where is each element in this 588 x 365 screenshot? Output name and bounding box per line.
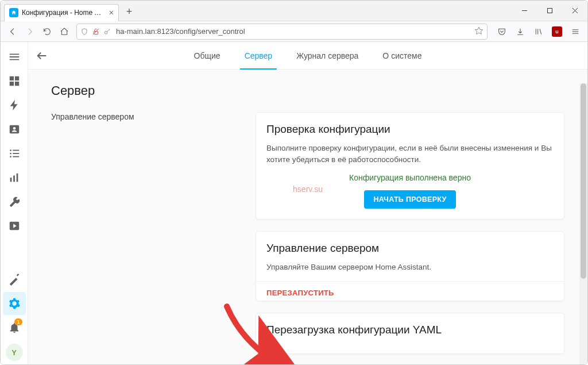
card-config-check-desc: Выполните проверку конфигурации, если в … <box>266 143 554 165</box>
sidebar-item-history[interactable] <box>3 166 26 189</box>
svg-rect-23 <box>13 153 19 154</box>
back-button[interactable] <box>28 49 56 62</box>
config-valid-status: Конфигурация выполнена верно <box>266 173 554 182</box>
sidebar-item-tools[interactable] <box>3 268 26 291</box>
new-tab-button[interactable]: + <box>121 4 137 20</box>
svg-line-10 <box>540 29 541 34</box>
window-close-button[interactable] <box>562 1 587 21</box>
key-icon <box>103 28 111 36</box>
svg-rect-25 <box>13 156 19 157</box>
svg-point-24 <box>10 156 11 157</box>
sidebar-item-overview[interactable] <box>3 70 26 93</box>
browser-toolbar: ha-main.lan:8123/config/server_control u <box>1 21 587 42</box>
svg-rect-14 <box>9 76 13 80</box>
sidebar-menu-toggle[interactable] <box>3 45 26 68</box>
svg-point-6 <box>105 31 107 34</box>
nav-back-button[interactable] <box>4 23 21 40</box>
card-server-manage-desc: Управляйте Вашим сервером Home Assistant… <box>266 262 554 273</box>
tab-close-icon[interactable]: × <box>109 8 114 17</box>
tab-title: Конфигурация - Home Assista <box>22 9 106 17</box>
svg-point-19 <box>13 127 16 130</box>
svg-point-20 <box>10 149 11 151</box>
sidebar-item-settings[interactable] <box>3 292 26 315</box>
library-icon[interactable] <box>530 23 547 40</box>
sidebar-item-energy[interactable] <box>3 94 26 117</box>
restart-button[interactable]: ПЕРЕЗАПУСТИТЬ <box>266 289 334 297</box>
svg-rect-16 <box>9 82 13 86</box>
page-title: Сервер <box>51 83 564 98</box>
svg-rect-28 <box>16 174 18 182</box>
scrollbar-thumb[interactable] <box>581 83 586 279</box>
download-icon[interactable] <box>512 23 529 40</box>
shield-icon <box>80 28 88 36</box>
lock-broken-icon <box>92 28 100 36</box>
url-bar[interactable]: ha-main.lan:8123/config/server_control <box>76 24 488 40</box>
notification-badge: 1 <box>14 318 22 325</box>
card-server-manage-title: Управление сервером <box>266 242 554 255</box>
svg-rect-17 <box>14 82 18 86</box>
ublock-icon[interactable]: u <box>548 23 566 40</box>
tab-general[interactable]: Общие <box>194 42 220 70</box>
sidebar-item-notifications[interactable]: 1 <box>3 316 26 339</box>
nav-home-button[interactable] <box>56 23 73 40</box>
sidebar-item-media[interactable] <box>3 214 26 237</box>
card-config-check-title: Проверка конфигурации <box>266 123 554 136</box>
svg-rect-15 <box>14 76 18 80</box>
browser-menu-button[interactable] <box>567 23 584 40</box>
card-server-manage: Управление сервером Управляйте Вашим сер… <box>256 231 564 301</box>
card-yaml-reload: Перезагрузка конфигурации YAML <box>256 313 564 354</box>
svg-rect-26 <box>10 178 11 182</box>
tab-about[interactable]: О системе <box>382 42 421 70</box>
sidebar-item-list[interactable] <box>3 142 26 165</box>
start-check-button[interactable]: НАЧАТЬ ПРОВЕРКУ <box>364 190 455 209</box>
svg-rect-27 <box>13 175 15 182</box>
user-avatar[interactable]: Y <box>6 344 23 361</box>
svg-rect-21 <box>13 150 19 151</box>
svg-point-22 <box>10 153 11 155</box>
svg-rect-1 <box>547 9 552 13</box>
scrollbar[interactable] <box>579 83 587 364</box>
card-config-check: Проверка конфигурации Выполните проверку… <box>256 112 564 220</box>
svg-marker-7 <box>475 27 482 34</box>
url-text: ha-main.lan:8123/config/server_control <box>116 27 474 36</box>
window-minimize-button[interactable] <box>512 1 537 21</box>
nav-reload-button[interactable] <box>38 23 56 40</box>
sidebar-item-people[interactable] <box>3 118 26 141</box>
browser-tab[interactable]: Конфигурация - Home Assista × <box>4 4 119 21</box>
tab-server-log[interactable]: Журнал сервера <box>296 42 358 70</box>
section-subtitle: Управление сервером <box>51 112 235 354</box>
bookmark-star-icon[interactable] <box>474 26 483 37</box>
ha-sidebar: 1 Y <box>1 42 28 364</box>
pocket-icon[interactable] <box>493 23 510 40</box>
tab-server[interactable]: Сервер <box>245 42 273 70</box>
home-assistant-favicon <box>9 8 18 17</box>
window-titlebar: Конфигурация - Home Assista × + <box>1 1 587 21</box>
sidebar-item-devtools[interactable] <box>3 190 26 213</box>
nav-forward-button[interactable] <box>21 23 38 40</box>
window-maximize-button[interactable] <box>537 1 562 21</box>
card-yaml-reload-title: Перезагрузка конфигурации YAML <box>266 324 554 336</box>
page-header: Общие Сервер Журнал сервера О системе <box>28 42 587 70</box>
